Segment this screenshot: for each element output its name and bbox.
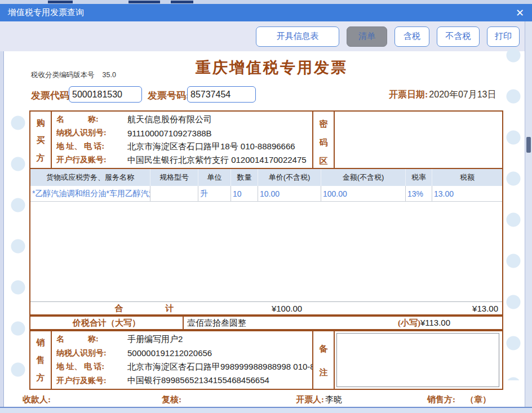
- decorative-dots-left: [11, 116, 25, 380]
- seller-section: 销售方 名 称: 手册编写用户2 纳税人识别号: 500000191212020…: [29, 330, 503, 390]
- tax-code-version: 税收分类编码版本号35.0: [31, 70, 116, 80]
- payee: 收款人:: [23, 394, 51, 405]
- sum-small-value: ¥113.00: [420, 318, 450, 328]
- dialog-title: 增值税专用发票查询: [8, 7, 84, 18]
- tax-excluded-button[interactable]: 不含税: [437, 26, 480, 47]
- invoice-date-label: 开票日期:: [389, 89, 428, 101]
- issue-info-form-button[interactable]: 开具信息表: [256, 26, 339, 47]
- table-empty-space: [30, 202, 502, 301]
- seller-bank-label: 开户行及账号:: [56, 376, 127, 386]
- cell-amount: 100.00: [321, 186, 406, 202]
- sum-small-wrap: (小写) ¥113.00: [398, 318, 450, 328]
- invoice-date: 开票日期: 2020年07月13日: [389, 89, 496, 101]
- buyer-bank-value: 中国民生银行北京紫竹支行 0120014170022475: [127, 155, 307, 166]
- goods-table: 货物或应税劳务、服务名称 规格型号 单位 数量 单价(不含税) 金额(不含税) …: [29, 169, 503, 316]
- cell-quantity: 10: [231, 186, 258, 202]
- signature-row: 收款人: 复核: 开票人: 李晓 销售方: （章）: [0, 394, 532, 407]
- buyer-address-row: 地 址、 电 话: 北京市海淀区杏石口路甲18号 010-88896666: [56, 140, 312, 153]
- table-row[interactable]: *乙醇汽油调和组分油*车用乙醇汽油 升 10 10.00 100.00 13% …: [30, 186, 502, 202]
- tax-included-button[interactable]: 含税: [394, 26, 429, 47]
- drawer-label: 开票人:: [296, 394, 324, 405]
- right-edge-strip: [525, 21, 532, 413]
- cell-tax-rate: 13%: [406, 186, 432, 202]
- remark-box: [336, 333, 499, 387]
- background-page-strip: [0, 0, 532, 4]
- sum-small-label: (小写): [398, 318, 420, 328]
- header-goods-name: 货物或应税劳务、服务名称: [30, 169, 150, 186]
- header-spec: 规格型号: [150, 169, 198, 186]
- buyer-taxid-label: 纳税人识别号:: [56, 128, 127, 138]
- buyer-taxid-row: 纳税人识别号: 91110000710927388B: [56, 126, 312, 140]
- seller-taxid-row: 纳税人识别号: 500000191212020656: [56, 347, 312, 360]
- list-button-disabled: 清单: [347, 26, 387, 47]
- seller-taxid-value: 500000191212020656: [127, 348, 212, 358]
- reviewer: 复核:: [162, 394, 181, 405]
- goods-table-header: 货物或应税劳务、服务名称 规格型号 单位 数量 单价(不含税) 金额(不含税) …: [30, 169, 502, 186]
- cell-goods-name: *乙醇汽油调和组分油*车用乙醇汽油: [30, 186, 150, 202]
- seller-name-row: 名 称: 手册编写用户2: [56, 332, 312, 346]
- invoice-number-input[interactable]: [187, 86, 256, 103]
- drawer: 开票人: 李晓: [296, 394, 342, 405]
- background-fragment: [48, 1, 73, 3]
- buyer-name-value: 航天信息股份有限公司: [127, 114, 212, 125]
- buyer-address-value: 北京市海淀区杏石口路甲18号 010-88896666: [127, 141, 295, 152]
- cell-unit: 升: [198, 186, 231, 202]
- cell-unit-price: 10.00: [258, 186, 321, 202]
- seller-name-value: 手册编写用户2: [127, 334, 183, 345]
- reviewer-label: 复核:: [162, 394, 181, 405]
- total-row: 合 计 ¥100.00 ¥13.00: [30, 301, 502, 314]
- left-edge-strip: [0, 51, 4, 407]
- buyer-taxid-value: 91110000710927388B: [127, 128, 212, 138]
- buyer-rows: 名 称: 航天信息股份有限公司 纳税人识别号: 9111000071092738…: [52, 112, 312, 168]
- buyer-side-label: 购买方: [30, 112, 52, 168]
- sum-words-value: 壹佰壹拾叁圆整: [184, 318, 246, 328]
- scrollbar-thumb[interactable]: [526, 137, 531, 153]
- seller-address-value: 北京市海淀区杏石口路甲998999988988998 010-8: [127, 362, 312, 372]
- invoice-code-label: 发票代码:: [31, 89, 73, 102]
- seller-address-row: 地 址、 电 话: 北京市海淀区杏石口路甲998999988988998 010…: [56, 360, 312, 374]
- buyer-name-label: 名 称:: [56, 114, 127, 125]
- remark-area: [335, 331, 502, 389]
- password-zone-area: [335, 112, 502, 168]
- total-label: 合 计: [30, 303, 258, 314]
- close-icon[interactable]: ✕: [516, 8, 524, 18]
- print-button[interactable]: 打印: [487, 26, 520, 47]
- header-tax-rate: 税率: [406, 169, 432, 186]
- drawer-value: 李晓: [325, 394, 342, 405]
- total-amount: ¥100.00: [245, 304, 329, 313]
- seller-address-label: 地 址、 电 话:: [56, 362, 127, 372]
- cell-spec: [150, 186, 198, 202]
- buyer-bank-row: 开户行及账号: 中国民生银行北京紫竹支行 0120014170022475: [56, 153, 312, 167]
- header-unit: 单位: [198, 169, 231, 186]
- seller-stamp: 销售方: （章）: [427, 394, 491, 405]
- buyer-name-row: 名 称: 航天信息股份有限公司: [56, 113, 312, 126]
- cell-tax-amount: 13.00: [432, 186, 502, 202]
- seller-rows: 名 称: 手册编写用户2 纳税人识别号: 500000191212020656 …: [52, 331, 312, 389]
- sum-words-label: 价税合计（大写）: [30, 318, 183, 328]
- buyer-bank-label: 开户行及账号:: [56, 155, 127, 165]
- remark-side-label: 备注: [312, 331, 335, 389]
- bottom-edge-strip: [0, 407, 532, 413]
- invoice-date-value: 2020年07月13日: [429, 89, 496, 101]
- seller-name-label: 名 称:: [56, 334, 127, 344]
- tax-code-version-value: 35.0: [103, 71, 116, 79]
- sum-box: 价税合计（大写） 壹佰壹拾叁圆整 (小写) ¥113.00: [29, 316, 503, 330]
- payee-label: 收款人:: [23, 394, 51, 405]
- buyer-address-label: 地 址、 电 话:: [56, 141, 127, 152]
- tax-code-version-label: 税收分类编码版本号: [31, 71, 95, 79]
- invoice-title: 重庆增值税专用发票: [176, 57, 367, 78]
- background-fragment: [171, 1, 193, 3]
- header-tax-amount: 税额: [432, 169, 502, 186]
- dialog-titlebar: 增值税专用发票查询 ✕: [0, 4, 532, 21]
- seller-stamp-label: 销售方:: [427, 394, 455, 405]
- buyer-section: 购买方 名 称: 航天信息股份有限公司 纳税人识别号: 911100007109…: [29, 110, 503, 169]
- invoice-number-label: 发票号码:: [148, 89, 189, 102]
- seller-stamp-value: （章）: [466, 394, 491, 405]
- seller-bank-row: 开户行及账号: 中国银行89985652134155468456654: [56, 374, 312, 388]
- header-amount: 金额(不含税): [321, 169, 406, 186]
- toolbar: 开具信息表 清单 含税 不含税 打印: [0, 21, 532, 51]
- total-tax: ¥13.00: [419, 304, 498, 313]
- header-quantity: 数量: [231, 169, 258, 186]
- password-zone-label: 密码区: [312, 112, 335, 168]
- invoice-code-input[interactable]: [69, 86, 142, 103]
